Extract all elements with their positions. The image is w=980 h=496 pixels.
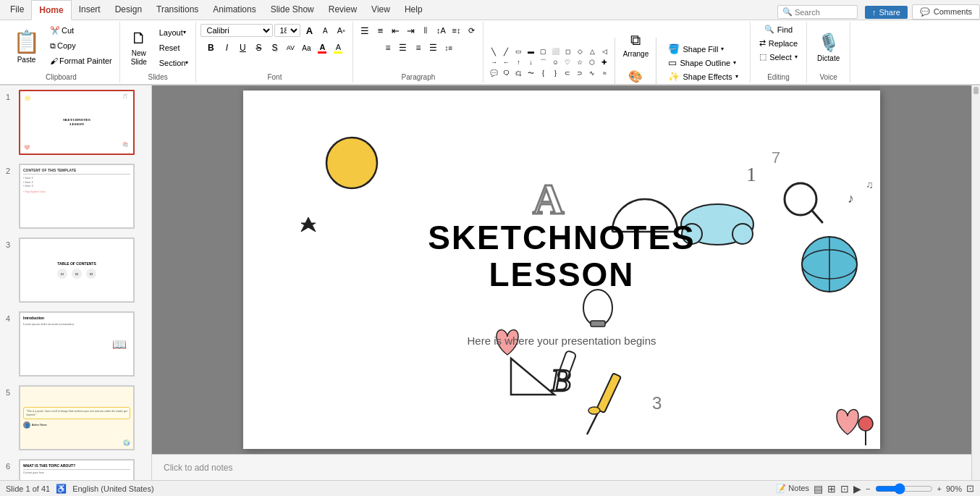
align-left-button[interactable]: ≡ xyxy=(381,41,395,55)
shape-misc2[interactable]: ⊃ xyxy=(574,68,586,78)
search-box[interactable]: 🔍 xyxy=(777,5,858,19)
bullets-button[interactable]: ☰ xyxy=(358,23,372,38)
shape-fill-button[interactable]: 🪣 Shape Fill ▾ xyxy=(664,42,742,56)
fit-slide-button[interactable]: ⊡ xyxy=(966,483,974,494)
shape-diamond[interactable]: ◇ xyxy=(574,46,586,56)
slide-thumb-1[interactable]: 1 SKETCHNOTESLESSON 🌟 📚 🎵 ❤️ xyxy=(0,85,151,159)
shape-wavy[interactable]: 〜 xyxy=(525,68,536,78)
align-right-button[interactable]: ≡ xyxy=(411,41,426,55)
slide-thumb-6[interactable]: 6 WHAT IS THIS TOPIC ABOUT? Content goes… xyxy=(0,455,151,480)
search-input[interactable] xyxy=(795,8,853,17)
dictate-button[interactable]: 🎙️ Dictate xyxy=(811,26,845,70)
section-button[interactable]: Section ▾ xyxy=(156,56,192,70)
new-slide-button[interactable]: 🗋 NewSlide xyxy=(124,25,153,71)
font-shrink-button[interactable]: A xyxy=(318,23,332,38)
tab-view[interactable]: View xyxy=(364,0,397,20)
shape-line[interactable]: ╲ xyxy=(488,46,499,56)
change-case-button[interactable]: Aa xyxy=(299,41,313,55)
shape-arrow-u[interactable]: ↑ xyxy=(512,57,524,67)
shape-triangle[interactable]: △ xyxy=(586,46,598,56)
align-center-button[interactable]: ☰ xyxy=(396,41,410,55)
line-spacing-button[interactable]: ↕≡ xyxy=(442,41,456,55)
increase-indent-button[interactable]: ⇥ xyxy=(403,23,418,38)
shape-effects-dropdown[interactable]: ▾ xyxy=(735,73,738,80)
replace-button[interactable]: ⇄ Replace xyxy=(755,37,802,49)
align-text-button[interactable]: ≡↕ xyxy=(449,23,463,38)
justify-button[interactable]: ☰ xyxy=(426,41,441,55)
shape-outline-dropdown[interactable]: ▾ xyxy=(733,59,736,66)
highlight-color-button[interactable]: A xyxy=(331,41,345,55)
char-spacing-button[interactable]: AV xyxy=(283,41,297,55)
shape-outline-button[interactable]: ▭ Shape Outline ▾ xyxy=(664,56,742,70)
shape-brace[interactable]: { xyxy=(537,68,549,78)
normal-view-icon[interactable]: ▤ xyxy=(814,483,823,495)
shape-misc4[interactable]: ≈ xyxy=(599,68,610,78)
notes-bar[interactable]: Click to add notes xyxy=(152,454,971,480)
shape-rect-outline[interactable]: ▭ xyxy=(512,46,524,56)
bold-button[interactable]: B xyxy=(203,41,218,55)
tab-animations[interactable]: Animations xyxy=(206,0,263,20)
clear-format-button[interactable]: A× xyxy=(334,23,348,38)
shape-arrow-l[interactable]: ← xyxy=(500,57,512,67)
tab-review[interactable]: Review xyxy=(321,0,364,20)
numbering-button[interactable]: ≡ xyxy=(373,23,387,38)
select-dropdown[interactable]: ▾ xyxy=(795,54,798,60)
slide-thumb-5[interactable]: 5 "This is a quote. Insert a full of des… xyxy=(0,381,151,455)
format-painter-button[interactable]: 🖌 Format Painter xyxy=(47,54,115,68)
zoom-out-button[interactable]: − xyxy=(866,484,870,493)
shape-plus[interactable]: ✚ xyxy=(599,57,610,67)
copy-button[interactable]: ⧉ Copy xyxy=(47,38,115,53)
tab-home[interactable]: Home xyxy=(31,0,71,20)
slide-thumb-2[interactable]: 2 CONTENT OF THIS TEMPLATE • Item 1 • It… xyxy=(0,159,151,233)
slide-canvas-area[interactable]: ♪ ♫ D C A xyxy=(152,85,971,454)
shape-rect[interactable]: ▬ xyxy=(525,46,536,56)
shape-callout1[interactable]: 💬 xyxy=(488,68,499,78)
cut-button[interactable]: ✂️ Cut xyxy=(47,23,115,38)
slide-subtitle[interactable]: Here is where your presentation begins xyxy=(468,335,656,347)
zoom-in-button[interactable]: + xyxy=(937,484,942,493)
font-color-button[interactable]: A xyxy=(315,41,329,55)
shape-misc1[interactable]: ⊂ xyxy=(562,68,573,78)
notes-button[interactable]: 📝 Notes xyxy=(776,484,809,493)
text-shadow-button[interactable]: S xyxy=(267,41,282,55)
shape-misc3[interactable]: ∿ xyxy=(586,68,598,78)
layout-button[interactable]: Layout ▾ xyxy=(156,25,192,40)
font-grow-button[interactable]: A xyxy=(302,23,316,38)
zoom-slider[interactable] xyxy=(875,483,933,495)
tab-file[interactable]: File xyxy=(3,0,31,20)
decrease-indent-button[interactable]: ⇤ xyxy=(388,23,402,38)
reset-button[interactable]: Reset xyxy=(156,41,192,55)
reading-view-icon[interactable]: ⊡ xyxy=(840,483,849,495)
shape-fill-dropdown[interactable]: ▾ xyxy=(721,46,724,52)
shape-rtriangle[interactable]: ◁ xyxy=(599,46,610,56)
font-family-select[interactable]: Calibri xyxy=(200,24,273,37)
underline-button[interactable]: U xyxy=(235,41,250,55)
right-scrollbar[interactable] xyxy=(971,85,980,480)
shape-snip[interactable]: ◻ xyxy=(562,46,573,56)
share-button[interactable]: ↑ Share xyxy=(865,6,908,19)
shape-rounded-rect[interactable]: ▢ xyxy=(537,46,549,56)
shape-curved[interactable]: ⌒ xyxy=(537,57,549,67)
shape-effects-button[interactable]: ✨ Shape Effects ▾ xyxy=(664,70,742,83)
arrange-button[interactable]: ⧉ Arrange xyxy=(620,23,651,67)
shape-callout2[interactable]: 🗨 xyxy=(500,68,512,78)
shape-callout3[interactable]: 🗯 xyxy=(512,68,524,78)
tab-insert[interactable]: Insert xyxy=(72,0,108,20)
shape-arrow-d[interactable]: ↓ xyxy=(525,57,536,67)
shape-heart[interactable]: ♡ xyxy=(562,57,573,67)
slide-sorter-icon[interactable]: ⊞ xyxy=(827,483,836,495)
shape-rounded-rect2[interactable]: ⬜ xyxy=(549,46,561,56)
tab-design[interactable]: Design xyxy=(108,0,149,20)
tab-transitions[interactable]: Transitions xyxy=(149,0,206,20)
comments-button[interactable]: 💬 Comments xyxy=(912,4,980,20)
presenter-view-icon[interactable]: ▶ xyxy=(853,483,861,495)
find-button[interactable]: 🔍 Find xyxy=(760,23,797,35)
select-button[interactable]: ⬚ Select ▾ xyxy=(755,51,802,63)
text-direction-button[interactable]: ↕A xyxy=(434,23,448,38)
shape-smiley[interactable]: ☺ xyxy=(549,57,561,67)
shape-star[interactable]: ☆ xyxy=(574,57,586,67)
slide-thumb-4[interactable]: 4 Introduction Lorem ipsum dolor sit ame… xyxy=(0,307,151,381)
italic-button[interactable]: I xyxy=(219,41,234,55)
tab-slideshow[interactable]: Slide Show xyxy=(263,0,321,20)
slide-thumb-3[interactable]: 3 TABLE OF CONTENTS 01 02 03 xyxy=(0,233,151,307)
